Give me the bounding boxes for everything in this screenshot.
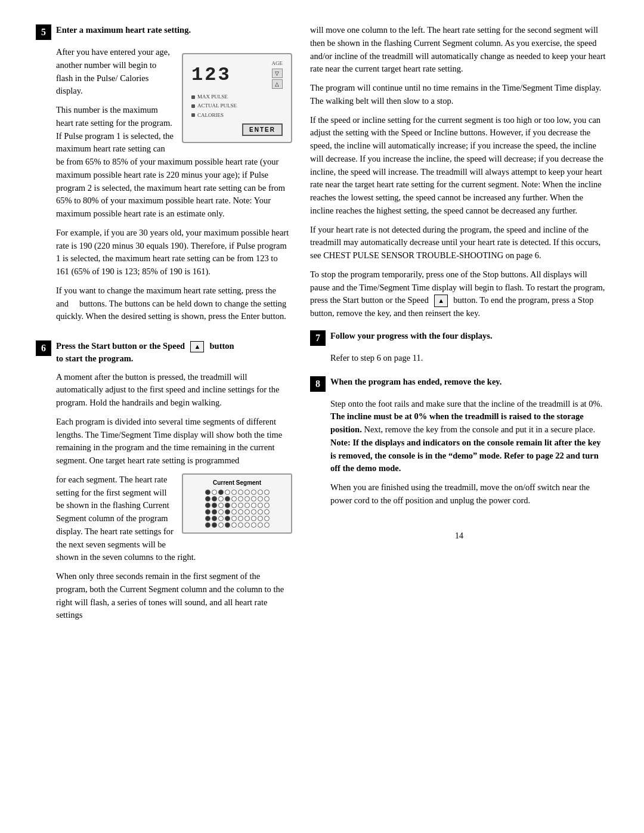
dot [251,509,256,515]
dot [218,490,224,495]
dot [264,503,270,508]
actual-pulse-label: ACTUAL PULSE [197,101,237,110]
dot [212,503,217,508]
dot [218,509,224,515]
dot [251,490,256,495]
step-5-number: 5 [36,24,51,40]
step-7-header: 7 Follow your progress with the four dis… [310,330,608,346]
max-pulse-led [191,95,195,99]
dot [231,522,237,528]
dot [258,522,263,528]
step8-bold-2: Note: If the displays and indicators on … [330,438,600,473]
step6-para1: A moment after the button is pressed, th… [56,371,292,410]
dot [231,509,237,515]
dot [212,516,217,521]
dot [244,496,250,501]
dot [258,509,263,515]
dot [258,496,263,501]
step-7-number: 7 [310,330,326,346]
dot [205,496,210,501]
step-7-title: Follow your progress with the four displ… [330,330,493,342]
dot [225,516,230,521]
step-8-number: 8 [310,376,326,392]
step-6-title: Press the Start button or the Speed ▲ bu… [56,340,234,365]
dot [212,509,217,515]
dot [225,496,230,501]
dot [258,503,263,508]
dot [205,522,210,528]
step-5-header: 5 Enter a maximum heart rate setting. [36,24,292,40]
dot [258,516,263,521]
dot [231,503,237,508]
dot-row-2 [205,496,270,501]
speed-box-inline: ▲ [434,295,448,307]
step-6-number: 6 [36,340,51,356]
dot [238,490,243,495]
display-labels: MAX PULSE ACTUAL PULSE CALORIES [191,92,283,120]
dot [205,516,210,521]
dot-row-4 [205,509,270,515]
step-6-header: 6 Press the Start button or the Speed ▲ … [36,340,292,365]
dot-grid [188,490,286,528]
step8-para1: Step onto the foot rails and make sure t… [330,398,608,476]
age-up-button[interactable]: ▽ [272,69,283,78]
dot [212,496,217,501]
dot [258,490,263,495]
step-5-section: 5 Enter a maximum heart rate setting. 12… [36,24,292,329]
dot [244,522,250,528]
step5-para3: For example, if you are 30 years old, yo… [56,227,292,278]
dot [231,516,237,521]
dot [238,522,243,528]
dot [251,522,256,528]
dot [231,496,237,501]
right-para-5: To stop the program temporarily, press o… [310,268,608,320]
dot [238,496,243,501]
step-7-section: 7 Follow your progress with the four dis… [310,330,608,365]
dot [218,522,224,528]
step-8-title: When the program has ended, remove the k… [330,376,501,388]
calories-label: CALORIES [197,111,224,120]
dot [244,503,250,508]
calories-led [191,113,195,117]
dot [212,522,217,528]
dot [225,509,230,515]
dot [251,496,256,501]
digit-display: 123 [191,64,268,86]
dot [251,503,256,508]
dot-row-6 [205,522,270,528]
enter-button[interactable]: ENTER [242,123,283,136]
display-panel-illustration: 123 AGE ▽ △ MAX PULSE ACTUAL PULSE CALOR… [182,53,292,143]
step8-para2: When you are finished using the treadmil… [330,481,608,507]
step-6-content: A moment after the button is pressed, th… [56,371,292,628]
dot [264,509,270,515]
right-para-4: If your heart rate is not detected durin… [310,224,608,262]
dot [244,490,250,495]
speed-box: ▲ [190,341,204,352]
step8-bold-1: The incline must be at 0% when the tread… [330,411,584,434]
step-8-header: 8 When the program has ended, remove the… [310,376,608,392]
right-column: will move one column to the left. The he… [310,24,608,639]
dot [205,490,210,495]
dot [238,503,243,508]
dot [225,522,230,528]
max-pulse-label: MAX PULSE [197,92,228,101]
age-down-button[interactable]: △ [272,79,283,89]
step-8-section: 8 When the program has ended, remove the… [310,376,608,507]
age-controls: AGE ▽ △ [272,60,283,89]
step6-para4: When only three seconds remain in the fi… [56,570,292,622]
right-para-3: If the speed or incline setting for the … [310,114,608,218]
dot [218,503,224,508]
dot [225,503,230,508]
step-6-section: 6 Press the Start button or the Speed ▲ … [36,340,292,628]
dot-row-1 [205,490,270,495]
dot [264,522,270,528]
dot [244,516,250,521]
dot [251,516,256,521]
dot [218,516,224,521]
dot [212,490,217,495]
step-5-content: 123 AGE ▽ △ MAX PULSE ACTUAL PULSE CALOR… [56,46,292,329]
dot [264,490,270,495]
dot [244,509,250,515]
page-number: 14 [310,531,608,541]
step7-para1: Refer to step 6 on page 11. [330,352,608,365]
